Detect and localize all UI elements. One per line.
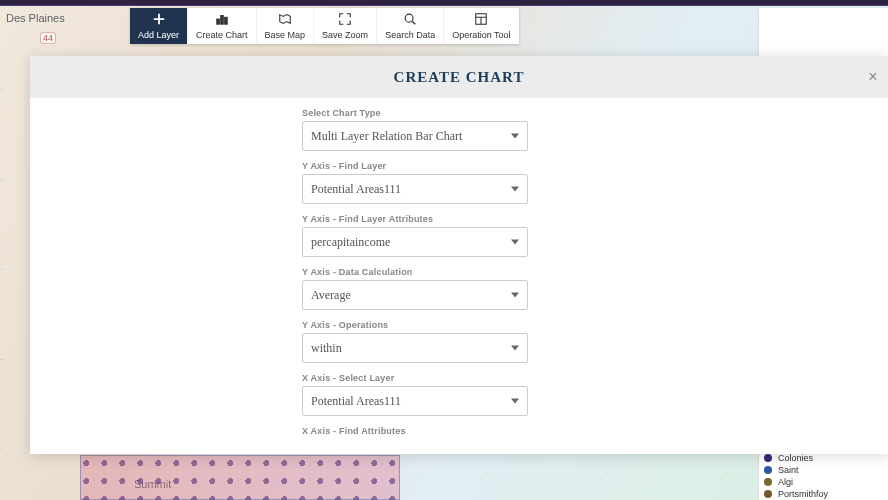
toolbar-label: Search Data [385,30,435,40]
field-x-layer: X Axis - Select Layer Potential Areas111 [302,373,528,416]
select-value: Multi Layer Relation Bar Chart [311,129,462,144]
toolbar-label: Save Zoom [322,30,368,40]
legend-swatch [764,478,772,486]
toolbar-label: Operation Tool [452,30,510,40]
field-y-layer: Y Axis - Find Layer Potential Areas111 [302,161,528,204]
field-label: Y Axis - Find Layer Attributes [302,214,528,224]
toolbar-label: Add Layer [138,30,179,40]
field-label: X Axis - Select Layer [302,373,528,383]
legend-label: Algi [778,476,793,488]
svg-rect-0 [217,19,220,24]
chevron-down-icon [511,293,519,298]
field-chart-type: Select Chart Type Multi Layer Relation B… [302,108,528,151]
legend-swatch [764,490,772,498]
select-value: within [311,341,342,356]
y-operations-select[interactable]: within [302,333,528,363]
legend-item: Saint [764,464,874,476]
map-legend: Colonies Saint Algi Portsmithfoy River [764,452,874,500]
main-toolbar: Add Layer Create Chart Base Map Save Zoo… [130,8,519,44]
y-layer-attr-select[interactable]: percapitaincome [302,227,528,257]
modal-header: CREATE CHART × [30,56,888,98]
legend-label: Portsmithfoy [778,488,828,500]
map-route-shield: 44 [40,32,56,44]
field-label: X Axis - Find Attributes [302,426,528,436]
legend-label: Saint [778,464,799,476]
create-chart-button[interactable]: Create Chart [187,8,256,44]
field-label: Y Axis - Find Layer [302,161,528,171]
svg-rect-2 [224,17,227,24]
app-titlebar [0,0,888,6]
save-zoom-button[interactable]: Save Zoom [313,8,376,44]
legend-swatch [764,454,772,462]
x-layer-select[interactable]: Potential Areas111 [302,386,528,416]
legend-swatch [764,466,772,474]
bar-chart-icon [215,12,229,28]
add-layer-button[interactable]: Add Layer [130,8,187,44]
select-value: Potential Areas111 [311,182,401,197]
chevron-down-icon [511,399,519,404]
field-label: Y Axis - Operations [302,320,528,330]
operation-tool-button[interactable]: Operation Tool [443,8,518,44]
y-layer-select[interactable]: Potential Areas111 [302,174,528,204]
chart-form: Select Chart Type Multi Layer Relation B… [302,108,528,436]
map-data-overlay [80,455,400,500]
y-calc-select[interactable]: Average [302,280,528,310]
field-x-attr: X Axis - Find Attributes [302,426,528,436]
create-chart-modal: CREATE CHART × Select Chart Type Multi L… [30,56,888,454]
select-value: percapitaincome [311,235,390,250]
chevron-down-icon [511,187,519,192]
chevron-down-icon [511,240,519,245]
legend-item: Portsmithfoy [764,488,874,500]
select-value: Average [311,288,351,303]
legend-item: Algi [764,476,874,488]
dashboard-icon [474,12,488,28]
field-label: Select Chart Type [302,108,528,118]
toolbar-label: Base Map [265,30,306,40]
close-icon[interactable]: × [864,68,882,86]
field-y-layer-attr: Y Axis - Find Layer Attributes percapita… [302,214,528,257]
map-label-des-plaines: Des Plaines [6,12,65,24]
modal-title: CREATE CHART [394,69,525,86]
chevron-down-icon [511,134,519,139]
field-y-calc: Y Axis - Data Calculation Average [302,267,528,310]
base-map-button[interactable]: Base Map [256,8,314,44]
search-icon [403,12,417,28]
chevron-down-icon [511,346,519,351]
map-icon [278,12,292,28]
search-data-button[interactable]: Search Data [376,8,443,44]
field-label: Y Axis - Data Calculation [302,267,528,277]
fullscreen-icon [338,12,352,28]
field-y-operations: Y Axis - Operations within [302,320,528,363]
plus-icon [152,12,166,28]
svg-rect-1 [220,16,223,25]
svg-point-3 [405,14,413,22]
select-value: Potential Areas111 [311,394,401,409]
chart-type-select[interactable]: Multi Layer Relation Bar Chart [302,121,528,151]
toolbar-label: Create Chart [196,30,248,40]
modal-body[interactable]: Select Chart Type Multi Layer Relation B… [30,98,888,454]
